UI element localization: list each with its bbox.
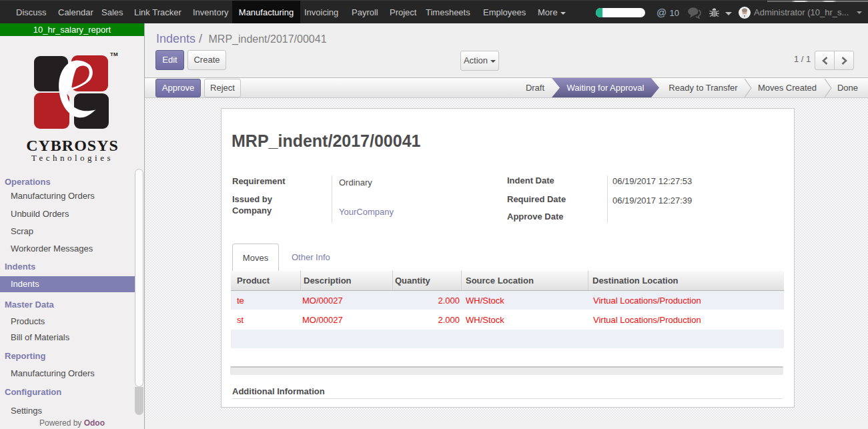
svg-text:TM: TM [110, 51, 118, 57]
